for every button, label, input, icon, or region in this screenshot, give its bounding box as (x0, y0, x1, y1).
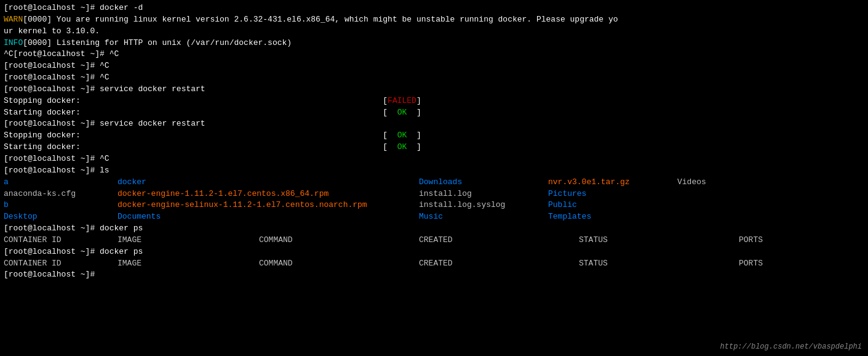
ls-cell (677, 188, 806, 200)
col-container-id2: CONTAINER ID (4, 258, 117, 270)
ls-cell (677, 200, 806, 211)
ls-cell (806, 188, 868, 200)
docker-ps-header1: CONTAINER ID IMAGE COMMAND CREATED STATU… (4, 235, 864, 246)
ls-cell: Desktop (4, 211, 117, 223)
line-docker-ps1: [root@localhost ~]# docker ps (4, 223, 864, 235)
ls-cell: Public (548, 200, 677, 211)
line-4: INFO[0000] Listening for HTTP on unix (/… (4, 38, 864, 49)
ls-cell (806, 200, 868, 211)
line-5: ^C[root@localhost ~]# ^C (4, 49, 864, 60)
line-prompt-final: [root@localhost ~]# (4, 269, 864, 281)
ls-cell: install.log (419, 188, 548, 200)
ls-cell: Downloads (419, 177, 548, 188)
ls-cell: b (4, 200, 117, 211)
ls-cell: Videos (677, 177, 806, 188)
docker-ps-header2: CONTAINER ID IMAGE COMMAND CREATED STATU… (4, 258, 864, 270)
ls-cell: Templates (548, 211, 677, 223)
col-status2: STATUS (579, 258, 739, 270)
ls-cell: Music (419, 211, 548, 223)
line-stop1: Stopping docker: [FAILED] (4, 95, 864, 107)
line-stop2: Stopping docker: [ OK ] (4, 130, 864, 142)
ls-cell: anaconda-ks.cfg (4, 188, 117, 200)
line-docker-ps2: [root@localhost ~]# docker ps (4, 246, 864, 258)
line-restart2: [root@localhost ~]# service docker resta… (4, 118, 864, 130)
col-image: IMAGE (117, 235, 259, 246)
ls-cell: docker (117, 177, 419, 188)
line-2: WARN[0000] You are running linux kernel … (4, 14, 864, 26)
col-command2: COMMAND (259, 258, 419, 270)
ls-cell: nvr.v3.0e1.tar.gz (548, 177, 677, 188)
col-created2: CREATED (419, 258, 579, 270)
line-1: [root@localhost ~]# docker -d (4, 2, 864, 14)
col-command: COMMAND (259, 235, 419, 246)
line-3: ur kernel to 3.10.0. (4, 26, 864, 38)
line-start1: Starting docker: [ OK ] (4, 107, 864, 119)
ls-output: a docker Downloads nvr.v3.0e1.tar.gz Vid… (4, 177, 864, 223)
ls-cell: docker-engine-1.11.2-1.el7.centos.x86_64… (117, 188, 419, 200)
line-6: [root@localhost ~]# ^C (4, 60, 864, 72)
ls-cell: Pictures (548, 188, 677, 200)
col-ports: PORTS (739, 235, 868, 246)
line-7: [root@localhost ~]# ^C (4, 72, 864, 84)
ls-cell: a (4, 177, 117, 188)
watermark: http://blog.csdn.net/vbaspdelphi (720, 342, 862, 352)
ls-cell: docker-engine-selinux-1.11.2-1.el7.cento… (117, 200, 419, 211)
col-status: STATUS (579, 235, 739, 246)
col-created: CREATED (419, 235, 579, 246)
line-ls: [root@localhost ~]# ls (4, 165, 864, 177)
ls-cell (806, 211, 868, 223)
col-container-id: CONTAINER ID (4, 235, 117, 246)
ls-cell (806, 177, 868, 188)
ls-cell (677, 211, 806, 223)
ls-cell: install.log.syslog (419, 200, 548, 211)
ls-cell: Documents (117, 211, 419, 223)
col-ports2: PORTS (739, 258, 868, 270)
line-start2: Starting docker: [ OK ] (4, 142, 864, 153)
terminal: [root@localhost ~]# docker -d WARN[0000]… (0, 0, 868, 356)
line-ctrlc: [root@localhost ~]# ^C (4, 153, 864, 165)
col-image2: IMAGE (117, 258, 259, 270)
line-8: [root@localhost ~]# service docker resta… (4, 84, 864, 95)
